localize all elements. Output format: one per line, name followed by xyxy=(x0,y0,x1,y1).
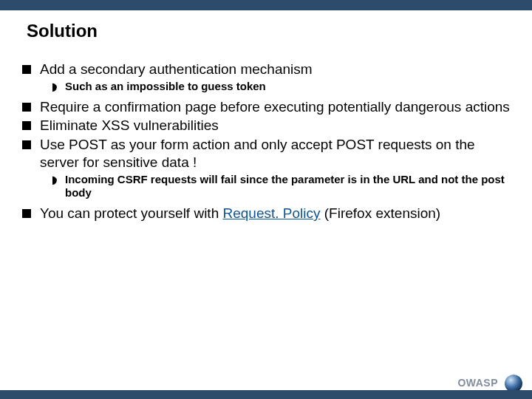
square-bullet-icon xyxy=(22,205,40,222)
footer-brand: OWASP xyxy=(457,377,498,389)
bullet-text: Use POST as your form action and only ac… xyxy=(40,136,510,171)
bullet-text: You can protect yourself with Request. P… xyxy=(40,205,510,222)
bullet-item: You can protect yourself with Request. P… xyxy=(22,205,510,222)
square-bullet-icon xyxy=(22,61,40,78)
square-bullet-icon xyxy=(22,136,40,171)
request-policy-link[interactable]: Request. Policy xyxy=(223,205,321,221)
slide-body: Add a secondary authentication mechanism… xyxy=(0,41,532,399)
square-bullet-icon xyxy=(22,98,40,116)
bullet-item: Require a confirmation page before execu… xyxy=(22,98,510,116)
sub-bullet-text: Incoming CSRF requests will fail since t… xyxy=(65,173,510,201)
triangle-bullet-icon: ◗ xyxy=(52,80,65,94)
bullet-text: Eliminate XSS vulnerabilities xyxy=(40,117,510,134)
bullet-text-suffix: (Firefox extension) xyxy=(321,205,441,221)
slide: Solution Add a secondary authentication … xyxy=(0,0,532,399)
bullet-item: Use POST as your form action and only ac… xyxy=(22,136,510,171)
slide-title: Solution xyxy=(0,10,532,41)
bullet-text: Add a secondary authentication mechanism xyxy=(40,61,510,78)
footer: OWASP xyxy=(0,377,532,399)
top-bar xyxy=(0,0,532,10)
triangle-bullet-icon: ◗ xyxy=(52,173,65,201)
bullet-text-prefix: You can protect yourself with xyxy=(40,205,223,221)
sub-bullet-text: Such as an impossible to guess token xyxy=(65,80,510,94)
sub-bullet-item: ◗ Such as an impossible to guess token xyxy=(52,80,510,94)
bottom-bar xyxy=(0,390,532,399)
bullet-item: Add a secondary authentication mechanism xyxy=(22,61,510,78)
bullet-item: Eliminate XSS vulnerabilities xyxy=(22,117,510,134)
bullet-text: Require a confirmation page before execu… xyxy=(40,98,510,116)
square-bullet-icon xyxy=(22,117,40,134)
sub-bullet-item: ◗ Incoming CSRF requests will fail since… xyxy=(52,173,510,201)
